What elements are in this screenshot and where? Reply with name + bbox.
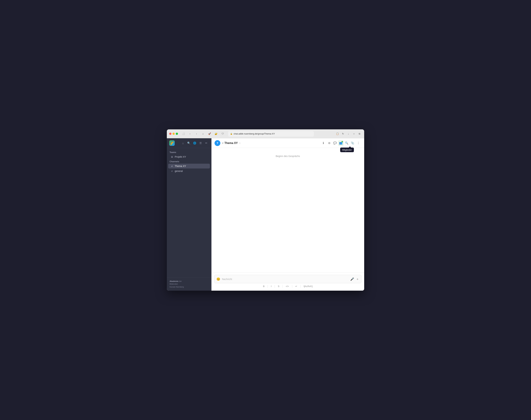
sidebar-footer: Akademie der Bildenden Künste Nürnberg (167, 277, 211, 291)
mic-button[interactable]: 🎤 (350, 277, 354, 281)
downloads-btn[interactable]: ↓ (346, 131, 351, 136)
refresh-btn[interactable]: ↻ (340, 131, 345, 136)
zoom-icon: ⊖ (328, 141, 330, 145)
channel-header: T # Thema XY ☆ ℹ ⊖ 💬 (212, 138, 364, 148)
channel-title: Thema XY (225, 142, 238, 145)
footer-kuenste: Künste Nürnberg (169, 286, 184, 288)
message-input-wrapper: 😊 🎤 ＋ (214, 275, 362, 283)
conversation-start-label: Beginn des Gesprächs (276, 151, 300, 157)
footer-der: der (179, 280, 182, 282)
fmt-divider-5 (300, 285, 301, 288)
sidebar-nav: Teams 🏛 Projekt XY Channels # Thema XY #… (167, 148, 211, 277)
info-button[interactable]: ℹ (320, 140, 326, 146)
browser-titlebar: ⬜ ‹ › ⌂ 🚀 🔐 🛡 🔒 chat.adbk-nuernberg.de/g… (167, 129, 364, 138)
fmt-divider-1 (268, 285, 268, 288)
tab-switcher-btn[interactable]: ⬜ (181, 131, 186, 136)
info-icon: ℹ (323, 141, 324, 145)
channel-avatar: T (214, 140, 220, 146)
footer-akademie: Akademie (169, 280, 179, 282)
zoom-button[interactable]: ⊖ (326, 140, 332, 146)
messages-area: Beginn des Gesprächs (212, 148, 364, 273)
sidebar-item-label: general (175, 170, 183, 172)
address-bar[interactable]: 🔒 chat.adbk-nuernberg.de/group/Thema-XY (228, 131, 314, 136)
sort-sidebar-btn[interactable]: ☰ (198, 140, 203, 146)
chat-button[interactable]: 💬 (332, 140, 338, 146)
sidebar-item-label: Projekt XY (175, 155, 186, 158)
home-sidebar-btn[interactable]: ⌂ (180, 140, 185, 146)
sidebar: 🌈 ⌂ 🔍 🌐 ☰ ✏ Teams 🏛 Projekt XY Channels (167, 138, 212, 291)
attach-icon: 📎 (351, 141, 354, 145)
latex-button[interactable]: \[KaTeX\] (303, 285, 313, 288)
attach-button[interactable]: 📎 (350, 140, 355, 146)
compose-sidebar-btn[interactable]: ✏ (204, 140, 209, 146)
fmt-divider-2 (274, 285, 275, 288)
bold-button[interactable]: B (262, 285, 265, 288)
sidebar-icons: ⌂ 🔍 🌐 ☰ ✏ (180, 140, 209, 146)
forward-btn[interactable]: › (194, 131, 199, 136)
members-badge-dot (342, 141, 343, 142)
sidebar-item-general[interactable]: # general (168, 169, 210, 173)
teams-section-label: Teams (167, 150, 211, 154)
search-button[interactable]: 🔍 (344, 140, 349, 146)
members-button[interactable]: 👥 (338, 140, 344, 146)
bitwarden-icon: 🔐 (214, 131, 218, 136)
channel-hash-symbol: # (222, 142, 224, 144)
main-content: T # Thema XY ☆ ℹ ⊖ 💬 (212, 138, 364, 291)
sidebar-item-thema-xy[interactable]: # Thema XY (168, 164, 210, 168)
app-logo: 🌈 (169, 140, 175, 146)
channel-hash-icon: # (171, 170, 173, 172)
browser-window: ⬜ ‹ › ⌂ 🚀 🔐 🛡 🔒 chat.adbk-nuernberg.de/g… (167, 129, 364, 291)
message-input[interactable] (222, 278, 349, 281)
channels-section-label: Channels (167, 159, 211, 164)
traffic-lights (169, 133, 178, 135)
back-btn[interactable]: ‹ (188, 131, 192, 136)
sidebar-top: 🌈 ⌂ 🔍 🌐 ☰ ✏ (167, 138, 211, 148)
shield-icon: 🛡 (220, 131, 225, 136)
new-tab-btn[interactable]: ＋ (351, 131, 356, 136)
more-icon: ⋮ (357, 141, 360, 145)
url-text: chat.adbk-nuernberg.de/group/Thema-XY (234, 133, 312, 135)
team-icon: 🏛 (171, 156, 173, 158)
home-btn[interactable]: ⌂ (201, 131, 205, 136)
globe-sidebar-btn[interactable]: 🌐 (192, 140, 197, 146)
browser-toolbar-right: 📋 ↻ ↓ ＋ ⧉ (335, 131, 362, 136)
search-sidebar-btn[interactable]: 🔍 (186, 140, 191, 146)
code-button[interactable]: </> (285, 285, 290, 288)
channel-name-area: # Thema XY ☆ (222, 142, 241, 145)
message-input-area: 😊 🎤 ＋ B I S </> ↵ \[KaTeX\] (212, 273, 364, 291)
star-icon[interactable]: ☆ (239, 142, 241, 144)
channel-hash-icon: # (171, 165, 173, 167)
footer-bildenden: Bildenden (169, 283, 178, 285)
search-icon: 🔍 (345, 141, 349, 145)
formatting-toolbar: B I S </> ↵ \[KaTeX\] (214, 283, 362, 289)
tab-overview-btn[interactable]: ⧉ (357, 131, 362, 136)
header-actions: ℹ ⊖ 💬 👥 🔍 📎 (320, 140, 361, 146)
close-button[interactable] (169, 133, 171, 135)
more-button[interactable]: ⋮ (356, 140, 361, 146)
chat-icon: 💬 (333, 141, 337, 145)
maximize-button[interactable] (176, 133, 178, 135)
minimize-button[interactable] (172, 133, 175, 135)
quote-button[interactable]: ↵ (295, 285, 298, 288)
italic-button[interactable]: I (270, 285, 272, 288)
strikethrough-button[interactable]: S (277, 285, 280, 288)
reader-mode-btn[interactable]: 📋 (335, 131, 340, 136)
lock-icon: 🔒 (230, 133, 233, 135)
add-attachment-button[interactable]: ＋ (356, 277, 359, 281)
sidebar-item-projekt-xy[interactable]: 🏛 Projekt XY (168, 154, 210, 159)
sidebar-item-label: Thema XY (175, 165, 186, 167)
rocket-icon: 🚀 (207, 131, 212, 136)
emoji-button[interactable]: 😊 (216, 277, 220, 281)
app-container: 🌈 ⌂ 🔍 🌐 ☰ ✏ Teams 🏛 Projekt XY Channels (167, 138, 364, 291)
